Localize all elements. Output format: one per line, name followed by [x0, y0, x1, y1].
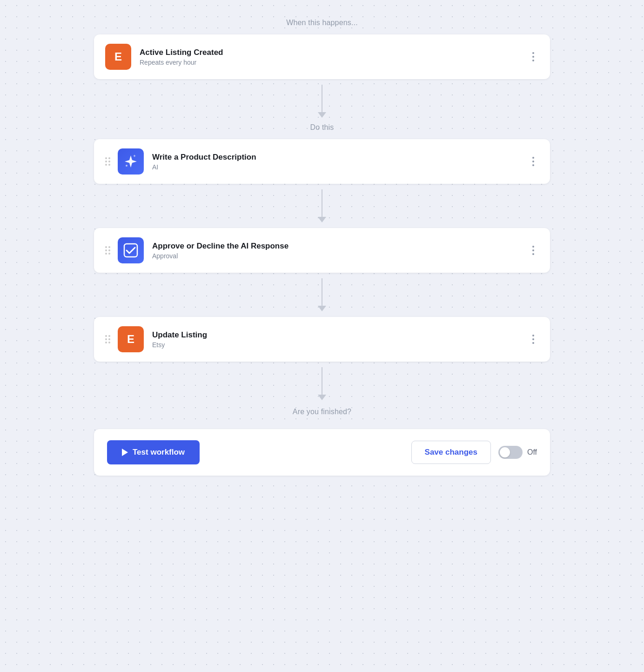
are-you-finished-label: Are you finished? — [293, 408, 351, 416]
connector-line-4 — [322, 367, 322, 395]
test-workflow-label: Test workflow — [133, 448, 185, 457]
drag-handle-2 — [105, 157, 110, 166]
ai-icon — [118, 148, 144, 175]
drag-handle-4 — [105, 335, 110, 343]
card-title-4: Update Listing — [152, 330, 526, 340]
card-active-listing: E Active Listing Created Repeats every h… — [94, 34, 550, 79]
save-changes-button[interactable]: Save changes — [411, 441, 491, 464]
card-menu-3[interactable] — [526, 243, 541, 258]
connector-line-3 — [322, 278, 322, 306]
svg-point-8 — [532, 246, 534, 248]
card-content-1: Active Listing Created Repeats every hou… — [140, 48, 526, 66]
svg-point-6 — [532, 164, 534, 166]
svg-point-11 — [532, 335, 534, 336]
svg-point-4 — [532, 157, 534, 159]
card-title-2: Write a Product Description — [152, 153, 526, 162]
approval-icon — [118, 237, 144, 263]
card-title-3: Approve or Decline the AI Response — [152, 242, 526, 251]
connector-1 — [318, 79, 326, 123]
card-update-listing: E Update Listing Etsy — [94, 317, 550, 362]
card-menu-1[interactable] — [526, 49, 541, 64]
svg-point-10 — [532, 253, 534, 255]
card-title-1: Active Listing Created — [140, 48, 526, 57]
card-content-2: Write a Product Description AI — [152, 153, 526, 171]
card-content-3: Approve or Decline the AI Response Appro… — [152, 242, 526, 260]
connector-line-2 — [322, 189, 322, 217]
workflow-toggle[interactable] — [498, 446, 523, 459]
connector-arrow-3 — [318, 306, 326, 311]
card-subtitle-3: Approval — [152, 252, 526, 260]
toggle-label: Off — [527, 448, 537, 457]
connector-2 — [318, 184, 326, 228]
toggle-container: Off — [498, 446, 537, 459]
test-workflow-button[interactable]: Test workflow — [107, 440, 200, 464]
card-content-4: Update Listing Etsy — [152, 330, 526, 349]
drag-handle-3 — [105, 246, 110, 255]
svg-point-0 — [532, 52, 534, 54]
card-menu-2[interactable] — [526, 154, 541, 169]
card-subtitle-4: Etsy — [152, 341, 526, 349]
etsy-icon-4: E — [118, 326, 144, 352]
card-write-description: Write a Product Description AI — [94, 139, 550, 184]
card-subtitle-1: Repeats every hour — [140, 59, 526, 66]
toggle-knob — [500, 447, 510, 457]
save-changes-label: Save changes — [425, 448, 477, 457]
card-approve-decline: Approve or Decline the AI Response Appro… — [94, 228, 550, 273]
svg-point-2 — [532, 60, 534, 61]
card-menu-4[interactable] — [526, 332, 541, 347]
workflow-container: When this happens... E Active Listing Cr… — [94, 19, 550, 476]
connector-3 — [318, 273, 326, 317]
right-actions: Save changes Off — [411, 441, 537, 464]
svg-point-5 — [532, 161, 534, 162]
connector-4 — [318, 362, 326, 406]
connector-line-1 — [322, 85, 322, 113]
card-subtitle-2: AI — [152, 163, 526, 171]
etsy-icon-1: E — [105, 44, 131, 70]
do-this-label: Do this — [310, 123, 334, 132]
svg-point-9 — [532, 249, 534, 251]
when-this-happens-label: When this happens... — [286, 19, 358, 27]
connector-arrow-1 — [318, 112, 326, 118]
connector-arrow-2 — [318, 217, 326, 222]
svg-point-3 — [126, 165, 127, 167]
svg-point-12 — [532, 338, 534, 340]
bottom-toolbar: Test workflow Save changes Off — [94, 429, 550, 476]
svg-point-1 — [532, 56, 534, 58]
svg-point-13 — [532, 342, 534, 344]
play-icon — [122, 449, 128, 456]
connector-arrow-4 — [318, 395, 326, 400]
